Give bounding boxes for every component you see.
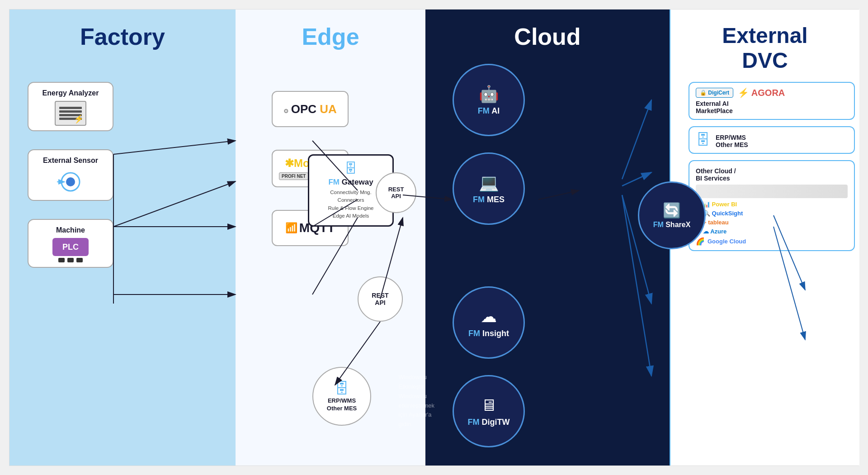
cloud-logo-placeholder bbox=[696, 185, 848, 198]
energy-analyzer-node: Energy Analyzer ⚡ bbox=[28, 82, 113, 131]
section-factory: Factory Energy Analyzer ⚡ External Senso bbox=[9, 10, 236, 466]
fm-digitw-label: FM DigiTW bbox=[468, 418, 510, 427]
external-items: 🔒 DigiCert ⚡ AGORA External AIMarketPlac… bbox=[689, 82, 855, 251]
google-cloud-logo: 🌈 Google Cloud bbox=[696, 237, 848, 246]
digicert-logo: 🔒 DigiCert bbox=[696, 88, 733, 98]
sharex-icon: 🔄 bbox=[663, 202, 681, 219]
fm-digitw-icon: 🖥 bbox=[481, 396, 497, 415]
fm-insight-icon: ☁ bbox=[481, 307, 497, 326]
cloud-bi-label: Other Cloud /BI Services bbox=[696, 167, 848, 182]
ai-logo-row: 🔒 DigiCert ⚡ AGORA bbox=[696, 87, 848, 98]
factory-title: Factory bbox=[9, 10, 236, 50]
fm-mes-label: FM MES bbox=[473, 195, 505, 204]
section-external: ExternalDVC 🔒 DigiCert ⚡ AGORA External … bbox=[670, 10, 859, 466]
external-title: ExternalDVC bbox=[670, 10, 859, 73]
energy-bolt-icon: ⚡ bbox=[74, 114, 84, 124]
google-cloud-label: Google Cloud bbox=[708, 238, 746, 245]
fm-ai-label: FM AI bbox=[478, 106, 500, 116]
fm-ai-icon: 🤖 bbox=[479, 85, 499, 104]
plc-icon: PLC bbox=[52, 238, 89, 256]
quicksight-label: 🔍 QuickSight bbox=[703, 210, 743, 217]
edge-title: Edge bbox=[236, 10, 425, 50]
erp-wms-edge: 🗄 ERP/WMSOther MES bbox=[312, 367, 371, 426]
opcua-label: OPC UA bbox=[291, 102, 337, 116]
machine-label: Machine bbox=[33, 226, 108, 234]
fm-insight-circle: ☁ FM Insight bbox=[453, 286, 525, 359]
section-cloud: Cloud 🤖 FM AI 💻 FM MES ☁ FM Insi bbox=[425, 10, 670, 466]
erp-icon: 🗄 bbox=[696, 132, 710, 148]
fm-sharex: 🔄 FM ShareX bbox=[638, 181, 706, 249]
powerbi-label: 📊 Power BI bbox=[703, 201, 737, 208]
ai-marketplace-label: External AIMarketPlace bbox=[696, 100, 848, 114]
cloud-title: Cloud bbox=[425, 10, 670, 50]
erp-db-icon: 🗄 bbox=[335, 380, 349, 397]
profibus-tag-1: PROFI NET bbox=[279, 172, 308, 180]
energy-analyzer-icon: ⚡ bbox=[55, 101, 86, 126]
sensor-icon bbox=[55, 168, 86, 195]
erp-wms-ext-label: ERP/WMSOther MES bbox=[716, 134, 748, 148]
rest-api-mid-circle: RESTAPI bbox=[376, 172, 416, 213]
tableau-logo: + tableau bbox=[696, 219, 848, 226]
external-ai-marketplace: 🔒 DigiCert ⚡ AGORA External AIMarketPlac… bbox=[689, 82, 855, 120]
google-cloud-icon: 🌈 bbox=[696, 237, 705, 246]
cloud-bi-logos-container bbox=[696, 185, 848, 198]
section-edge: Edge ⚙ OPC UA ✱Modbus PROFI NET PROFI BU… bbox=[236, 10, 425, 466]
energy-analyzer-label: Energy Analyzer bbox=[33, 89, 108, 97]
rest-api-edge-circle: RESTAPI bbox=[358, 276, 403, 322]
fm-mes-circle: 💻 FM MES bbox=[453, 152, 525, 225]
azure-logo: ☁ Azure bbox=[696, 228, 848, 235]
windows-notice: Windows'u Etkinleştir Windows'u etkinleş… bbox=[399, 373, 434, 429]
tableau-label: + tableau bbox=[703, 219, 729, 226]
cloud-services: 🤖 FM AI 💻 FM MES ☁ FM Insight bbox=[453, 64, 525, 447]
machine-node: Machine PLC bbox=[28, 219, 113, 268]
external-erp-wms: 🗄 ERP/WMSOther MES bbox=[689, 126, 855, 154]
diagram-container: Factory Energy Analyzer ⚡ External Senso bbox=[9, 9, 859, 466]
windows-notice-line1: Windows'u Etkinleştir bbox=[399, 373, 434, 392]
erp-wms-label: ERP/WMSOther MES bbox=[327, 397, 357, 413]
windows-notice-line2: Windows'u etkinleştirmek için Ayarlar'a … bbox=[399, 392, 434, 429]
azure-label: ☁ Azure bbox=[703, 228, 726, 235]
fm-mes-icon: 💻 bbox=[479, 173, 499, 192]
quicksight-logo: 🔍 QuickSight bbox=[696, 210, 848, 217]
fm-insight-label: FM Insight bbox=[468, 329, 509, 338]
bi-logos: 📊 Power BI 🔍 QuickSight + tableau ☁ Azur… bbox=[696, 201, 848, 246]
opcua-icon: ⚙ OPC UA bbox=[283, 102, 337, 116]
gateway-stack-icon: 🗄 bbox=[314, 161, 388, 176]
sharex-label: FM ShareX bbox=[653, 221, 691, 229]
plc-dots bbox=[33, 258, 108, 262]
powerbi-logo: 📊 Power BI bbox=[696, 201, 848, 208]
agora-logo: ⚡ AGORA bbox=[738, 87, 785, 98]
factory-nodes: Energy Analyzer ⚡ External Sensor bbox=[28, 82, 113, 268]
fm-digitw-circle: 🖥 FM DigiTW bbox=[453, 375, 525, 447]
external-sensor-node: External Sensor bbox=[28, 149, 113, 201]
other-cloud-bi: Other Cloud /BI Services 📊 Power BI 🔍 Qu… bbox=[689, 160, 855, 251]
fm-ai-circle: 🤖 FM AI bbox=[453, 64, 525, 136]
svg-point-1 bbox=[66, 177, 75, 186]
mqtt-wifi-icon: 📶 bbox=[285, 222, 297, 234]
opcua-box: ⚙ OPC UA bbox=[272, 91, 349, 127]
external-sensor-label: External Sensor bbox=[33, 157, 108, 165]
